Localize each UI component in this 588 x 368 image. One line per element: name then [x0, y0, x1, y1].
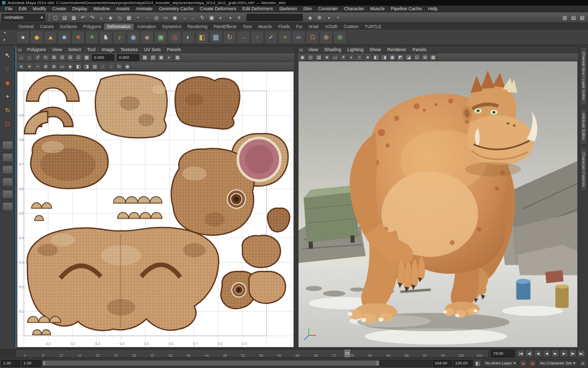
title-bar[interactable]: Autodesk Maya 2014 x64: C:\Users\obertd\…: [0, 0, 588, 6]
snap-grid-icon[interactable]: ▦: [125, 13, 133, 22]
save-scene-icon[interactable]: ▦: [69, 13, 78, 22]
shelf-icon-9[interactable]: ◉: [127, 31, 140, 44]
shading-smooth-icon[interactable]: ◧: [372, 53, 380, 61]
shelf-icon-8[interactable]: ♪: [113, 31, 126, 44]
redo-icon[interactable]: ↷: [88, 13, 96, 22]
persp-outliner-layout[interactable]: [2, 165, 14, 175]
uv-v-coordinate-field[interactable]: [117, 54, 139, 61]
anim-layer-dropdown[interactable]: No Anim Layer ▾: [483, 360, 518, 367]
backface-culling-icon[interactable]: ◐: [348, 53, 355, 61]
paint-select-tool[interactable]: ◆: [2, 77, 14, 89]
camera-attributes-icon[interactable]: ▤: [315, 53, 323, 61]
flip-u-icon[interactable]: ↔: [17, 54, 25, 61]
lasso-select-tool[interactable]: ◌: [2, 63, 14, 75]
shelf-tab[interactable]: Fur: [293, 24, 306, 30]
view-grid-icon[interactable]: ▦: [174, 54, 181, 61]
ipr-render-icon[interactable]: ◑: [226, 13, 234, 22]
shelf-icon-22[interactable]: Ω: [306, 31, 319, 44]
uv-menu-item[interactable]: Image: [99, 47, 117, 52]
menu-item[interactable]: File: [2, 6, 16, 11]
menu-item[interactable]: Constrain: [315, 6, 341, 11]
shelf-icon-10[interactable]: ◈: [140, 31, 154, 44]
uv-pixel-snap-icon[interactable]: ▨: [149, 54, 157, 61]
single-perspective-layout[interactable]: [2, 140, 14, 150]
uv-menu-item[interactable]: Polygons: [24, 47, 49, 52]
persp-graph-layout[interactable]: [2, 177, 14, 187]
menu-item[interactable]: Skeleton: [276, 6, 300, 11]
shelf-icon-21[interactable]: ∞: [292, 31, 305, 44]
shelf-tab[interactable]: Rendering: [184, 24, 210, 30]
animation-end-field[interactable]: [453, 360, 473, 367]
move-tool[interactable]: +: [2, 90, 14, 103]
snap-projected-center-icon[interactable]: ◎: [152, 13, 161, 22]
open-scene-icon[interactable]: ▤: [60, 13, 69, 22]
menu-item[interactable]: Pipeline Cache: [388, 6, 425, 11]
shelf-icon-20[interactable]: ≈: [278, 31, 291, 44]
menu-item[interactable]: Modify: [30, 6, 50, 11]
menu-item[interactable]: Create Deformers: [197, 6, 239, 11]
uv-menu-item[interactable]: UV Sets: [141, 47, 164, 52]
image-range-icon[interactable]: ▭: [58, 62, 66, 70]
shelf-icon-12[interactable]: ◎: [168, 31, 181, 44]
sew-uv-edge-icon[interactable]: ⊞: [66, 54, 74, 61]
shelf-tab[interactable]: Dynamics: [159, 24, 184, 30]
use-all-lights-icon[interactable]: ◩: [397, 53, 404, 61]
menu-item[interactable]: Animate: [133, 6, 156, 11]
construction-history-icon[interactable]: ↻: [198, 13, 207, 22]
select-tool[interactable]: ↖: [2, 49, 14, 61]
shelf-icon-6[interactable]: ☀: [85, 31, 99, 44]
snap-curve-icon[interactable]: ~: [134, 13, 142, 22]
menu-item[interactable]: Muscle: [367, 6, 388, 11]
uv-value-down-icon[interactable]: ↓: [107, 62, 115, 70]
shelf-next-icon[interactable]: ▸: [1, 37, 8, 44]
snap-point-icon[interactable]: ◦: [143, 13, 152, 22]
persp-uv-layout[interactable]: [2, 201, 14, 212]
multisampling-icon[interactable]: ▦: [429, 53, 437, 61]
menu-item[interactable]: Edit: [16, 6, 30, 11]
shelf-icon-19[interactable]: ✓: [264, 31, 278, 44]
step-forward-frame-button[interactable]: ▶: [560, 350, 568, 357]
output-connections-icon[interactable]: ←: [189, 13, 198, 22]
current-time-field[interactable]: [491, 350, 514, 357]
character-set-dropdown[interactable]: No Character Set ▾: [537, 360, 578, 367]
uv-menu-item[interactable]: Textures: [117, 47, 141, 52]
layout-uv-icon[interactable]: ▦: [83, 54, 90, 61]
uv-refresh-icon[interactable]: ↻: [115, 62, 123, 70]
new-scene-icon[interactable]: ▢: [51, 13, 60, 22]
menu-item[interactable]: Character: [341, 6, 368, 11]
highlight-selection-icon[interactable]: ◈: [306, 13, 314, 22]
render-frame-icon[interactable]: ◐: [216, 13, 225, 22]
viewport-menu-item[interactable]: Shading: [321, 47, 344, 52]
isolate-select-icon[interactable]: ◔: [333, 13, 342, 22]
dim-image-icon[interactable]: ◐: [165, 54, 173, 61]
shelf-tab[interactable]: Animation: [134, 24, 159, 30]
shelf-icon-11[interactable]: ▣: [154, 31, 167, 44]
uv-snapshot-icon[interactable]: ◉: [124, 62, 131, 70]
menu-item[interactable]: Skin: [300, 6, 315, 11]
step-back-key-button[interactable]: ◀|: [525, 350, 533, 357]
isolate-select-add-icon[interactable]: ⊕: [42, 62, 50, 70]
viewport-menu-item[interactable]: Lighting: [344, 47, 366, 52]
auto-keyframe-icon[interactable]: ◉: [528, 360, 536, 367]
shelf-tab[interactable]: Curves: [37, 24, 57, 30]
uv-checker-icon[interactable]: ▥: [91, 62, 99, 70]
shelf-icon-7[interactable]: ♞: [99, 31, 112, 44]
viewport-menu-item[interactable]: Panels: [409, 47, 430, 52]
shelf-tab[interactable]: Custom: [340, 24, 361, 30]
playback-start-field[interactable]: [21, 360, 41, 367]
shelf-icon-2[interactable]: ◆: [30, 31, 43, 44]
menu-item[interactable]: Geometry Cache: [156, 6, 197, 11]
menu-item[interactable]: Display: [69, 6, 91, 11]
render-view-icon[interactable]: ▣: [207, 13, 216, 22]
image-plane-icon[interactable]: ▭: [331, 53, 339, 61]
uv-distortion-icon[interactable]: ◨: [83, 62, 90, 70]
current-frame-marker[interactable]: 73: [345, 350, 350, 357]
channel-box-toggle-icon[interactable]: ▧: [578, 13, 586, 22]
motion-blur-icon[interactable]: ⊞: [421, 53, 429, 61]
hypershade-persp-layout[interactable]: [2, 189, 14, 199]
range-end-handle[interactable]: [376, 360, 379, 366]
viewport-menu-item[interactable]: View: [305, 47, 321, 52]
uv-menu-item[interactable]: View: [49, 47, 65, 52]
scale-tool[interactable]: ⊡: [2, 118, 14, 130]
select-component-icon[interactable]: ◇: [115, 13, 124, 22]
